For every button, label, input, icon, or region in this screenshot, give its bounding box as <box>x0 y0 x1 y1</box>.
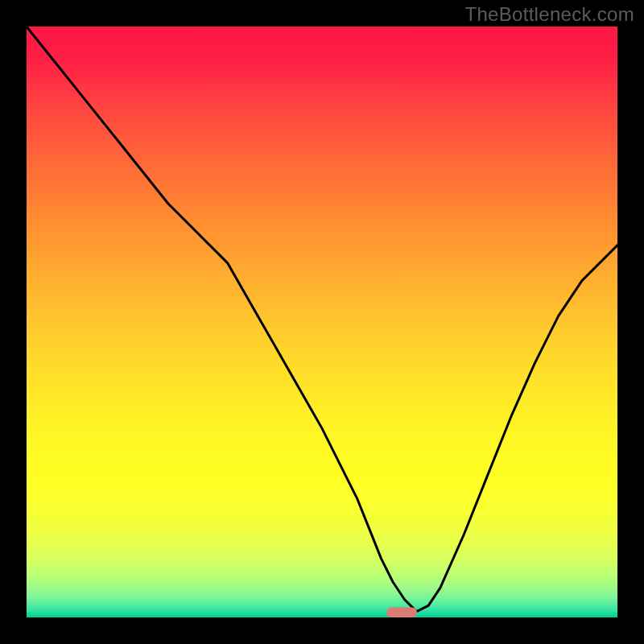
watermark-text: TheBottleneck.com <box>464 3 634 26</box>
optimum-marker <box>386 608 417 617</box>
chart-background <box>27 27 617 617</box>
chart-svg <box>27 27 617 617</box>
bottleneck-chart <box>27 27 617 617</box>
app-frame: TheBottleneck.com <box>0 0 644 644</box>
